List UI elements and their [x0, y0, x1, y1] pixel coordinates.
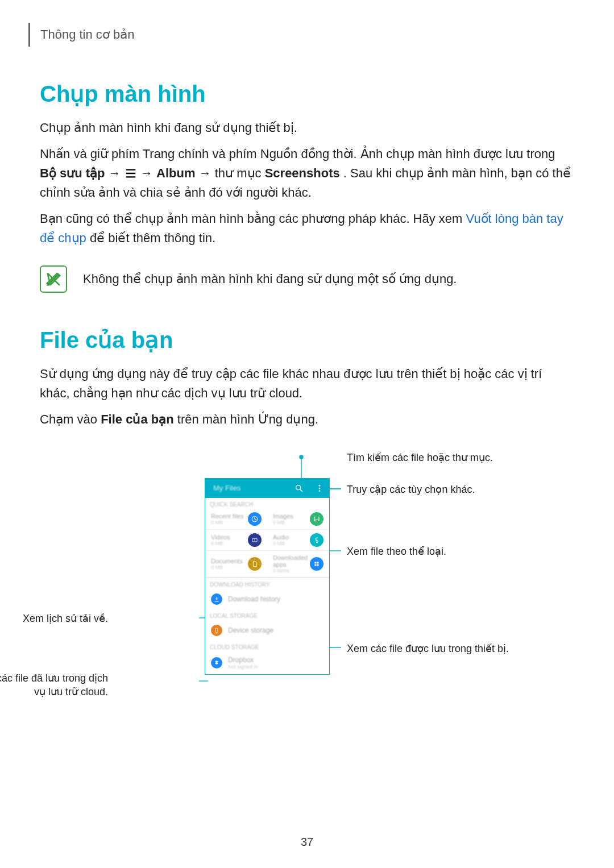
page-number: 37 — [0, 836, 614, 849]
note-icon — [40, 265, 67, 293]
category-sub: 0 MB — [273, 541, 289, 546]
arrow: → — [140, 166, 156, 180]
phone-screenshot: My Files QUICK SEARCH Recent files0 MB I… — [205, 478, 330, 675]
note-block: Không thể chụp ảnh màn hình khi đang sử … — [40, 265, 574, 293]
document-icon — [248, 557, 262, 571]
paragraph: Chụp ảnh màn hình khi đang sử dụng thiết… — [40, 118, 574, 138]
svg-point-3 — [319, 488, 321, 489]
section-title-screenshot: Chụp màn hình — [40, 81, 574, 107]
apps-icon — [310, 557, 323, 571]
category-label: Videos — [211, 534, 230, 541]
category-label: Recent files — [211, 513, 243, 520]
quick-search-label: QUICK SEARCH — [205, 498, 329, 509]
text-run: Nhấn và giữ phím Trang chính và phím Ngu… — [40, 147, 555, 161]
text-run: trên màn hình Ứng dụng. — [177, 412, 318, 426]
svg-point-4 — [319, 490, 321, 492]
category-documents[interactable]: Documents0 MB — [205, 551, 267, 578]
local-storage-label: LOCAL STORAGE — [205, 609, 329, 620]
text-bold: File của bạn — [101, 412, 173, 426]
note-text: Không thể chụp ảnh màn hình khi đang sử … — [83, 272, 457, 286]
image-icon — [310, 512, 323, 526]
category-label: Audio — [273, 534, 289, 541]
callout-device-storage: Xem các file được lưu trong thiết bị. — [347, 642, 509, 655]
category-sub: 0 MB — [211, 541, 230, 546]
list-item-label: Dropbox — [228, 656, 258, 664]
menu-icon — [125, 167, 137, 180]
category-label: Documents — [211, 558, 243, 564]
clock-icon — [248, 512, 262, 526]
category-grid: Recent files0 MB Images0 MB Videos0 MB A… — [205, 509, 329, 578]
search-icon[interactable] — [294, 483, 304, 493]
section-title-myfiles: File của bạn — [40, 327, 574, 353]
more-options-icon[interactable] — [314, 483, 325, 493]
text-bold: Screenshots — [265, 166, 340, 180]
category-sub: 0 MB — [211, 520, 243, 525]
svg-point-1 — [296, 485, 301, 490]
text-run: Bạn cũng có thể chụp ảnh màn hình bằng c… — [40, 211, 466, 226]
category-audio[interactable]: Audio0 MB — [267, 530, 329, 551]
category-videos[interactable]: Videos0 MB — [205, 530, 267, 551]
dropbox-icon — [211, 657, 222, 668]
category-sub: 0 MB — [211, 564, 243, 570]
cloud-storage-row[interactable]: Dropbox Not signed in — [205, 651, 329, 674]
device-icon — [211, 625, 222, 636]
arrow: → — [109, 166, 125, 180]
category-recent[interactable]: Recent files0 MB — [205, 509, 267, 530]
download-history-row[interactable]: Download history — [205, 589, 329, 609]
cloud-storage-label: CLOUD STORAGE — [205, 641, 329, 651]
svg-rect-11 — [317, 564, 319, 566]
text-bold: Bộ sưu tập — [40, 166, 105, 180]
paragraph: Bạn cũng có thể chụp ảnh màn hình bằng c… — [40, 209, 574, 248]
audio-icon — [310, 533, 323, 547]
callout-more-options: Truy cập các tùy chọn khác. — [347, 483, 475, 496]
text-bold: Album — [156, 166, 195, 180]
svg-rect-9 — [317, 562, 319, 563]
callout-category: Xem file theo thể loại. — [347, 545, 446, 558]
breadcrumb: Thông tin cơ bản — [28, 23, 574, 47]
category-label: Downloaded apps — [273, 554, 310, 568]
paragraph: Sử dụng ứng dụng này để truy cập các fil… — [40, 364, 574, 403]
svg-rect-12 — [215, 629, 218, 633]
figure-my-files: Tìm kiếm các file hoặc thư mục. Truy cập… — [40, 450, 574, 734]
paragraph: Chạm vào File của bạn trên màn hình Ứng … — [40, 410, 574, 429]
list-item-sub: Not signed in — [228, 664, 258, 670]
video-icon — [248, 533, 262, 547]
category-downloaded-apps[interactable]: Downloaded apps0 items — [267, 551, 329, 578]
category-images[interactable]: Images0 MB — [267, 509, 329, 530]
category-sub: 0 items — [273, 568, 310, 574]
svg-point-0 — [300, 455, 303, 459]
phone-app-bar: My Files — [205, 479, 329, 498]
svg-rect-10 — [315, 564, 317, 566]
text-run: Chạm vào — [40, 412, 101, 426]
paragraph: Nhấn và giữ phím Trang chính và phím Ngu… — [40, 144, 574, 202]
callout-download-history: Xem lịch sử tải về. — [0, 612, 108, 625]
download-history-label: DOWNLOAD HISTORY — [205, 578, 329, 589]
svg-rect-8 — [315, 562, 317, 563]
list-item-label: Device storage — [228, 626, 273, 634]
callout-cloud-storage: Xem các file đã lưu trong dịch vụ lưu tr… — [0, 671, 108, 699]
app-title: My Files — [210, 484, 284, 492]
text-run: để biết thêm thông tin. — [90, 231, 215, 245]
svg-rect-6 — [314, 517, 319, 521]
list-item-label: Download history — [228, 595, 280, 603]
svg-point-2 — [319, 485, 321, 487]
download-icon — [211, 593, 222, 605]
text-run: → thư mục — [199, 166, 265, 180]
category-label: Images — [273, 513, 293, 520]
category-sub: 0 MB — [273, 520, 293, 525]
callout-search: Tìm kiếm các file hoặc thư mục. — [347, 451, 493, 464]
device-storage-row[interactable]: Device storage — [205, 620, 329, 641]
